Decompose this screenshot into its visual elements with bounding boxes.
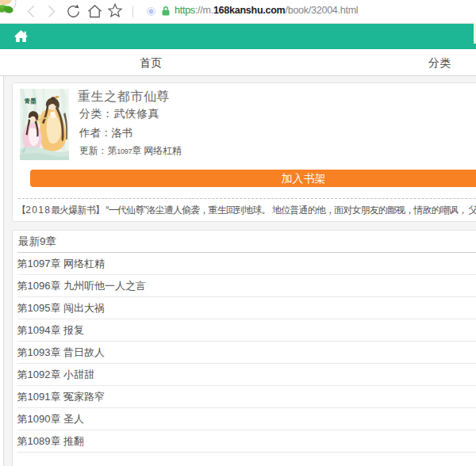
svg-text:青墨: 青墨	[24, 97, 36, 105]
